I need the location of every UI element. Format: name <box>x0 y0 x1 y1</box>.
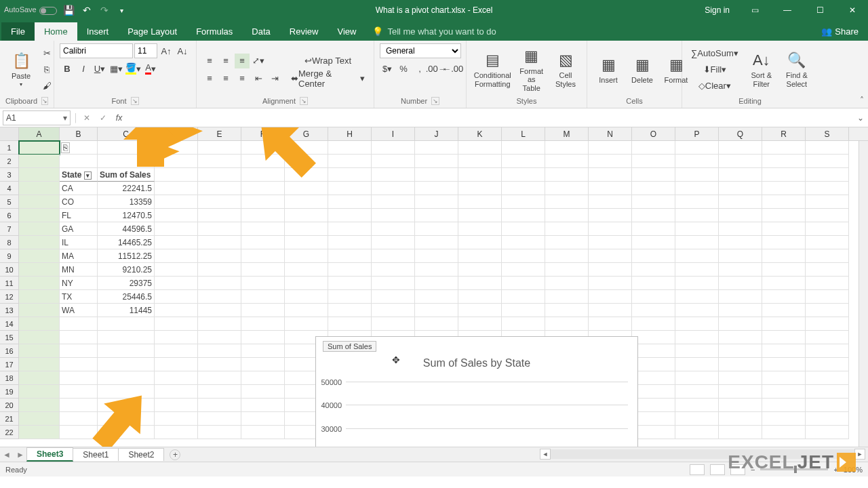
cell[interactable] <box>98 399 155 412</box>
cell[interactable] <box>806 182 849 195</box>
italic-icon[interactable]: I <box>76 61 91 76</box>
cell[interactable] <box>155 236 198 249</box>
cell[interactable] <box>719 263 762 277</box>
cell[interactable] <box>328 304 372 317</box>
cell[interactable] <box>675 168 719 182</box>
cell[interactable] <box>545 141 589 155</box>
cell[interactable] <box>632 385 675 399</box>
new-sheet-button[interactable]: + <box>170 449 180 460</box>
cell[interactable] <box>60 412 98 426</box>
row-header[interactable]: 16 <box>0 344 19 358</box>
autosum-button[interactable]: ∑ AutoSum ▾ <box>688 46 742 61</box>
cell[interactable] <box>241 209 285 222</box>
cell[interactable] <box>632 344 675 358</box>
cell[interactable] <box>155 290 198 304</box>
cell[interactable] <box>372 317 415 331</box>
cell[interactable] <box>372 141 415 155</box>
cell[interactable] <box>719 385 762 399</box>
cell[interactable] <box>806 209 849 222</box>
cell[interactable] <box>415 141 458 155</box>
pivot-chart[interactable]: Sum of Sales Sum of Sales by State 01000… <box>315 336 638 447</box>
cell[interactable] <box>632 263 675 277</box>
cell[interactable] <box>415 182 458 195</box>
cell[interactable] <box>675 385 719 399</box>
col-header-L[interactable]: L <box>502 127 545 140</box>
sheet-tab-sheet2[interactable]: Sheet2 <box>118 448 164 461</box>
cell[interactable] <box>19 222 60 236</box>
cell[interactable] <box>60 385 98 399</box>
cell[interactable] <box>198 195 241 209</box>
cell[interactable] <box>60 331 98 344</box>
cell[interactable] <box>198 426 241 439</box>
cell[interactable] <box>545 249 589 263</box>
cell[interactable]: NY <box>60 277 98 290</box>
col-header-P[interactable]: P <box>675 127 719 140</box>
cell[interactable] <box>241 195 285 209</box>
cell[interactable] <box>502 290 545 304</box>
currency-icon[interactable]: $▾ <box>380 61 395 76</box>
cell[interactable] <box>589 290 632 304</box>
font-size-input[interactable] <box>134 43 157 58</box>
format-as-table-button[interactable]: ▦Format as Table <box>516 45 547 93</box>
cell[interactable] <box>762 222 806 236</box>
cell[interactable] <box>198 141 241 155</box>
cell[interactable] <box>328 209 372 222</box>
cell[interactable] <box>632 426 675 439</box>
cell[interactable] <box>675 358 719 371</box>
cell[interactable] <box>545 236 589 249</box>
cell[interactable] <box>806 399 849 412</box>
row-header[interactable]: 22 <box>0 426 19 439</box>
cell[interactable] <box>198 304 241 317</box>
align-center-icon[interactable]: ≡ <box>218 71 233 86</box>
row-header[interactable]: 12 <box>0 290 19 304</box>
cell[interactable] <box>60 317 98 331</box>
cell[interactable] <box>458 182 502 195</box>
cell[interactable] <box>762 317 806 331</box>
cell[interactable] <box>155 358 198 371</box>
col-header-M[interactable]: M <box>545 127 589 140</box>
cell[interactable] <box>719 155 762 168</box>
cell[interactable] <box>372 222 415 236</box>
col-header-H[interactable]: H <box>328 127 372 140</box>
close-icon[interactable]: ✕ <box>837 0 868 20</box>
orientation-icon[interactable]: ⤢▾ <box>251 54 266 68</box>
col-header-B[interactable]: B <box>60 127 98 140</box>
cell[interactable] <box>198 399 241 412</box>
cell[interactable] <box>60 399 98 412</box>
cell[interactable] <box>60 426 98 439</box>
cell[interactable] <box>241 412 285 426</box>
autosave-toggle[interactable] <box>39 7 57 15</box>
insert-cells-button[interactable]: ▦Insert <box>593 54 624 85</box>
cell[interactable] <box>372 209 415 222</box>
cell[interactable] <box>719 182 762 195</box>
cell[interactable] <box>589 155 632 168</box>
cell[interactable] <box>328 141 372 155</box>
col-header-F[interactable]: F <box>241 127 285 140</box>
tab-review[interactable]: Review <box>280 22 328 41</box>
tab-data[interactable]: Data <box>242 22 279 41</box>
cell[interactable] <box>632 249 675 263</box>
cell[interactable] <box>241 385 285 399</box>
undo-icon[interactable]: ↶ <box>79 2 95 18</box>
cell[interactable] <box>675 277 719 290</box>
row-header[interactable]: 11 <box>0 277 19 290</box>
cell[interactable] <box>241 155 285 168</box>
percent-icon[interactable]: % <box>396 61 411 76</box>
select-all-corner[interactable] <box>0 127 19 140</box>
increase-decimal-icon[interactable]: .00→ <box>429 61 444 76</box>
cell[interactable] <box>458 317 502 331</box>
cell[interactable] <box>806 141 849 155</box>
cell[interactable] <box>415 263 458 277</box>
cell[interactable] <box>155 263 198 277</box>
cell[interactable] <box>719 236 762 249</box>
cell[interactable] <box>285 182 328 195</box>
cell[interactable] <box>675 290 719 304</box>
cell[interactable] <box>589 141 632 155</box>
row-header[interactable]: 2 <box>0 155 19 168</box>
cell[interactable] <box>632 222 675 236</box>
page-layout-view-icon[interactable] <box>710 464 725 475</box>
cell[interactable] <box>719 277 762 290</box>
cell[interactable] <box>372 290 415 304</box>
cell[interactable] <box>241 290 285 304</box>
sheet-nav-prev-icon[interactable]: ◄ <box>0 450 14 460</box>
